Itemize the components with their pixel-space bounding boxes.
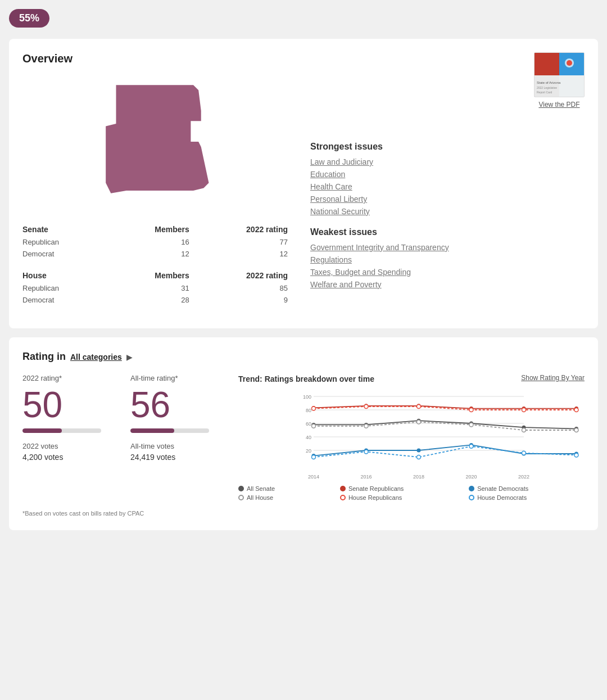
strongest-issues-title: Strongest issues bbox=[310, 142, 585, 152]
score-badge: 55% bbox=[9, 9, 49, 28]
svg-text:2014: 2014 bbox=[308, 474, 319, 480]
table-row: Democrat 28 9 bbox=[22, 294, 292, 306]
svg-text:Report Card: Report Card bbox=[537, 91, 552, 94]
legend-label: All House bbox=[247, 494, 273, 501]
rating-alltime-value: 56 bbox=[130, 387, 220, 423]
svg-text:2018: 2018 bbox=[413, 474, 424, 480]
rating-alltime-bar-fill bbox=[130, 428, 174, 433]
chart-header: Trend: Ratings breakdown over time Show … bbox=[238, 374, 585, 384]
weakest-issue-link[interactable]: Welfare and Poverty bbox=[310, 280, 585, 289]
svg-point-46 bbox=[522, 428, 526, 432]
svg-point-34 bbox=[522, 408, 526, 412]
strongest-issue-link[interactable]: Personal Liberty bbox=[310, 195, 585, 204]
senate-dem-label: Democrat bbox=[22, 248, 110, 260]
state-map-container bbox=[22, 74, 292, 209]
svg-rect-3 bbox=[559, 75, 584, 97]
votes-alltime-label: All-time votes bbox=[130, 442, 220, 450]
svg-point-30 bbox=[312, 407, 316, 410]
svg-text:2020: 2020 bbox=[465, 474, 477, 480]
legend-label: House Republicans bbox=[348, 494, 402, 501]
chart-section: Trend: Ratings breakdown over time Show … bbox=[238, 374, 585, 501]
svg-point-54 bbox=[312, 455, 316, 459]
svg-point-45 bbox=[469, 423, 473, 427]
rating-card: Rating in All categories ▶ 2022 rating* … bbox=[9, 337, 598, 530]
footnote: *Based on votes cast on bills rated by C… bbox=[22, 510, 585, 517]
votes-2022-value: 4,200 votes bbox=[22, 453, 112, 462]
house-rating-header: 2022 rating bbox=[194, 269, 292, 282]
legend-dot-icon bbox=[469, 495, 474, 500]
svg-point-59 bbox=[574, 453, 578, 457]
legend-item: Senate Democrats bbox=[469, 485, 585, 492]
rating-2022-label: 2022 rating* bbox=[22, 374, 112, 382]
legend-dot-icon bbox=[469, 486, 474, 491]
weakest-issues-title: Weakest issues bbox=[310, 227, 585, 237]
weakest-issue-link[interactable]: Regulations bbox=[310, 255, 585, 264]
senate-header: Senate bbox=[22, 223, 110, 236]
overview-title: Overview bbox=[22, 52, 585, 65]
house-members-header: Members bbox=[110, 269, 194, 282]
senate-table: Senate Members 2022 rating Republican 16… bbox=[22, 223, 292, 260]
house-rep-members: 31 bbox=[110, 282, 194, 294]
strongest-issues-group: Strongest issues Law and JudiciaryEducat… bbox=[310, 142, 585, 216]
weakest-issue-link[interactable]: Taxes, Budget and Spending bbox=[310, 268, 585, 277]
svg-point-58 bbox=[522, 451, 526, 455]
svg-rect-1 bbox=[534, 53, 559, 75]
legend-label: All Senate bbox=[247, 485, 275, 492]
weakest-issue-list: Government Integrity and TransparencyReg… bbox=[310, 243, 585, 289]
svg-text:40: 40 bbox=[306, 435, 311, 440]
table-row: Republican 31 85 bbox=[22, 282, 292, 294]
strongest-issue-link[interactable]: National Security bbox=[310, 207, 585, 216]
overview-card: Overview State of Arizona 2022 Legislati… bbox=[9, 39, 598, 328]
rating-2022-block: 2022 rating* 50 2022 votes 4,200 votes bbox=[22, 374, 112, 501]
svg-point-31 bbox=[364, 405, 368, 409]
house-dem-rating: 9 bbox=[194, 294, 292, 306]
rating-2022-value: 50 bbox=[22, 387, 112, 423]
legend-label: House Democrats bbox=[477, 494, 527, 501]
pdf-image: State of Arizona 2022 Legislative Report… bbox=[534, 52, 585, 97]
votes-alltime-value: 24,419 votes bbox=[130, 453, 220, 462]
svg-point-43 bbox=[364, 424, 368, 428]
svg-text:2022 Legislative: 2022 Legislative bbox=[537, 86, 557, 89]
chart-title: Trend: Ratings breakdown over time bbox=[238, 374, 374, 384]
senate-rep-rating: 77 bbox=[194, 236, 292, 248]
weakest-issue-link[interactable]: Government Integrity and Transparency bbox=[310, 243, 585, 252]
senate-dem-rating: 12 bbox=[194, 248, 292, 260]
rating-alltime-bar bbox=[130, 428, 209, 433]
legend-dot-icon bbox=[340, 495, 346, 500]
show-rating-link[interactable]: Show Rating By Year bbox=[521, 374, 585, 382]
pdf-link[interactable]: View the PDF bbox=[534, 101, 585, 109]
legend-item: Senate Republicans bbox=[340, 485, 460, 492]
strongest-issue-link[interactable]: Law and Judiciary bbox=[310, 157, 585, 166]
legend-dot-icon bbox=[238, 486, 244, 491]
table-row: Republican 16 77 bbox=[22, 236, 292, 248]
strongest-issue-list: Law and JudiciaryEducationHealth CarePer… bbox=[310, 157, 585, 216]
arizona-map-icon bbox=[101, 80, 214, 204]
svg-point-33 bbox=[469, 408, 473, 412]
pdf-thumbnail[interactable]: State of Arizona 2022 Legislative Report… bbox=[534, 52, 585, 109]
senate-rep-members: 16 bbox=[110, 236, 194, 248]
senate-members-header: Members bbox=[110, 223, 194, 236]
rating-card-title: Rating in bbox=[22, 351, 66, 363]
svg-point-50 bbox=[417, 449, 421, 453]
table-row: Democrat 12 12 bbox=[22, 248, 292, 260]
all-categories-link[interactable]: All categories bbox=[70, 353, 122, 362]
rating-alltime-label: All-time rating* bbox=[130, 374, 220, 382]
svg-text:2016: 2016 bbox=[360, 474, 372, 480]
votes-2022-label: 2022 votes bbox=[22, 442, 112, 450]
legend-item: House Republicans bbox=[340, 494, 460, 501]
svg-text:2022: 2022 bbox=[518, 474, 529, 480]
rating-card-header: Rating in All categories ▶ bbox=[22, 351, 585, 363]
senate-rep-label: Republican bbox=[22, 236, 110, 248]
svg-text:State of Arizona: State of Arizona bbox=[537, 81, 561, 84]
rating-2022-bar bbox=[22, 428, 101, 433]
strongest-issue-link[interactable]: Education bbox=[310, 170, 585, 179]
svg-point-55 bbox=[364, 450, 368, 454]
legend-dot-icon bbox=[340, 486, 346, 491]
weakest-issues-group: Weakest issues Government Integrity and … bbox=[310, 227, 585, 289]
strongest-issue-link[interactable]: Health Care bbox=[310, 182, 585, 191]
rating-content: 2022 rating* 50 2022 votes 4,200 votes A… bbox=[22, 374, 585, 501]
house-rep-label: Republican bbox=[22, 282, 110, 294]
legend-label: Senate Republicans bbox=[348, 485, 404, 492]
svg-point-35 bbox=[574, 408, 578, 412]
svg-text:80: 80 bbox=[306, 408, 311, 413]
